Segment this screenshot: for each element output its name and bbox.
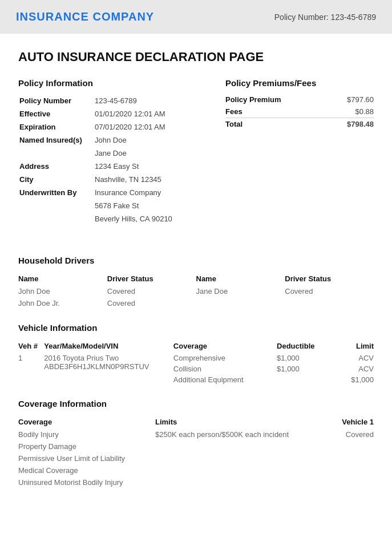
coverage-vehicle1 [322, 464, 374, 476]
table-row: Underwritten By Insurance Company [19, 187, 224, 199]
coverage-name: Medical Coverage [18, 464, 155, 476]
driver-status: Covered [107, 285, 196, 297]
page-title: AUTO INSURANCE DECLARATION PAGE [18, 50, 374, 64]
table-row: Policy Number 123-45-6789 [19, 95, 224, 107]
header-policy-number: Policy Number: 123-45-6789 [274, 13, 376, 22]
coverage-limits [155, 452, 322, 464]
driver-status [285, 297, 374, 309]
field-value: John Doe [95, 134, 224, 146]
field-value: 1234 Easy St [95, 160, 224, 172]
drivers-col-status2: Driver Status [285, 271, 374, 285]
coverage-deductible [277, 374, 335, 385]
insurance-declaration-page: INSURANCE COMPANY Policy Number: 123-45-… [0, 0, 392, 546]
field-label: Expiration [19, 121, 94, 133]
table-row: 5678 Fake St [19, 200, 224, 212]
ymv-col-header: Year/Make/Model/VIN [44, 338, 173, 353]
coverage-info-section: Coverage Information Coverage Limits Veh… [18, 399, 374, 488]
coverage-vehicle1: Covered [322, 428, 374, 440]
field-value: Nashville, TN 12345 [95, 173, 224, 185]
policy-info-section: Policy Information Policy Number 123-45-… [18, 78, 225, 226]
veh-vin: ABDE3F6H1JKLMN0P9RSTUV [44, 362, 173, 371]
field-label [19, 213, 94, 225]
drivers-col-name2: Name [196, 271, 285, 285]
table-row: Fees $0.88 [225, 106, 374, 118]
premiums-table: Policy Premium $797.60 Fees $0.88 Total … [225, 94, 374, 130]
coverage-deductible: $1,000 [277, 363, 335, 374]
coverage-table: Coverage Limits Vehicle 1 Bodily Injury … [18, 414, 374, 488]
total-value: $798.48 [325, 118, 374, 131]
company-logo: INSURANCE COMPANY [16, 10, 154, 23]
table-row: Medical Coverage [18, 464, 374, 476]
coverage-name: Comprehensive [173, 353, 277, 363]
veh-year-make: 2016 Toyota Prius Two ABDE3F6H1JKLMN0P9R… [44, 353, 173, 374]
main-content: AUTO INSURANCE DECLARATION PAGE Policy I… [0, 34, 392, 520]
policy-info-table: Policy Number 123-45-6789 Effective 01/0… [18, 94, 225, 226]
field-label: Effective [19, 108, 94, 120]
coverage-limits [155, 464, 322, 476]
driver-status: Covered [285, 285, 374, 297]
cov-name-header: Coverage [18, 414, 155, 428]
vehicle-table: Veh # Year/Make/Model/VIN Coverage Deduc… [18, 338, 374, 385]
table-row: 1 2016 Toyota Prius Two ABDE3F6H1JKLMN0P… [18, 353, 374, 363]
table-row: Additional Equipment $1,000 [18, 374, 374, 385]
field-value: 123-45-6789 [95, 95, 224, 107]
coverage-name: Uninsured Motorist Bodily Injury [18, 476, 155, 488]
field-label: Named Insured(s) [19, 134, 94, 146]
field-value: 07/01/2020 12:01 AM [95, 121, 224, 133]
total-row: Total $798.48 [225, 118, 374, 131]
page-header: INSURANCE COMPANY Policy Number: 123-45-… [0, 0, 392, 34]
table-row: City Nashville, TN 12345 [19, 173, 224, 185]
field-value: Beverly Hills, CA 90210 [95, 213, 224, 225]
veh-number: 1 [18, 353, 44, 385]
cov-veh-header: Vehicle 1 [322, 414, 374, 428]
policy-premiums-section: Policy Premiums/Fees Policy Premium $797… [225, 78, 374, 226]
field-value: 01/01/2020 12:01 AM [95, 108, 224, 120]
top-section: Policy Information Policy Number 123-45-… [18, 78, 374, 240]
table-row: Property Damage [18, 440, 374, 452]
vehicle-info-section: Vehicle Information Veh # Year/Make/Mode… [18, 323, 374, 385]
drivers-col-status1: Driver Status [107, 271, 196, 285]
household-drivers-section: Household Drivers Name Driver Status Nam… [18, 256, 374, 309]
coverage-vehicle1 [322, 452, 374, 464]
veh-empty [44, 374, 173, 385]
fees-label: Fees [225, 106, 325, 118]
table-row: Jane Doe [19, 147, 224, 159]
driver-name: Jane Doe [196, 285, 285, 297]
vehicle-info-heading: Vehicle Information [18, 323, 374, 333]
table-header-row: Coverage Limits Vehicle 1 [18, 414, 374, 428]
driver-name: John Doe Jr. [18, 297, 107, 309]
premium-value: $797.60 [325, 94, 374, 106]
field-label: Policy Number [19, 95, 94, 107]
driver-name: John Doe [18, 285, 107, 297]
table-row: Expiration 07/01/2020 12:01 AM [19, 121, 224, 133]
cov-limit-header: Limits [155, 414, 322, 428]
coverage-limits: $250K each person/$500K each incident [155, 428, 322, 440]
lim-col-header: Limit [335, 338, 374, 353]
policy-label: Policy Number: [274, 13, 329, 22]
veh-col-header: Veh # [18, 338, 44, 353]
coverage-limit: ACV [335, 353, 374, 363]
driver-status: Covered [107, 297, 196, 309]
table-row: Policy Premium $797.60 [225, 94, 374, 106]
veh-model: 2016 Toyota Prius Two [44, 354, 173, 362]
field-label [19, 200, 94, 212]
coverage-limits [155, 440, 322, 452]
field-value: 5678 Fake St [95, 200, 224, 212]
policy-info-heading: Policy Information [18, 78, 225, 88]
coverage-name: Collision [173, 363, 277, 374]
premiums-heading: Policy Premiums/Fees [225, 78, 374, 88]
premium-label: Policy Premium [225, 94, 325, 106]
ded-col-header: Deductible [277, 338, 335, 353]
coverage-limit: ACV [335, 363, 374, 374]
fees-value: $0.88 [325, 106, 374, 118]
drivers-grid: Name Driver Status Name Driver Status Jo… [18, 271, 374, 309]
table-row: Bodily Injury $250K each person/$500K ea… [18, 428, 374, 440]
table-row: Address 1234 Easy St [19, 160, 224, 172]
total-label: Total [225, 118, 325, 131]
coverage-vehicle1 [322, 440, 374, 452]
coverage-name: Permissive User Limit of Liability [18, 452, 155, 464]
coverage-deductible: $1,000 [277, 353, 335, 363]
driver-name [196, 297, 285, 309]
drivers-col-name1: Name [18, 271, 107, 285]
coverage-limits [155, 476, 322, 488]
